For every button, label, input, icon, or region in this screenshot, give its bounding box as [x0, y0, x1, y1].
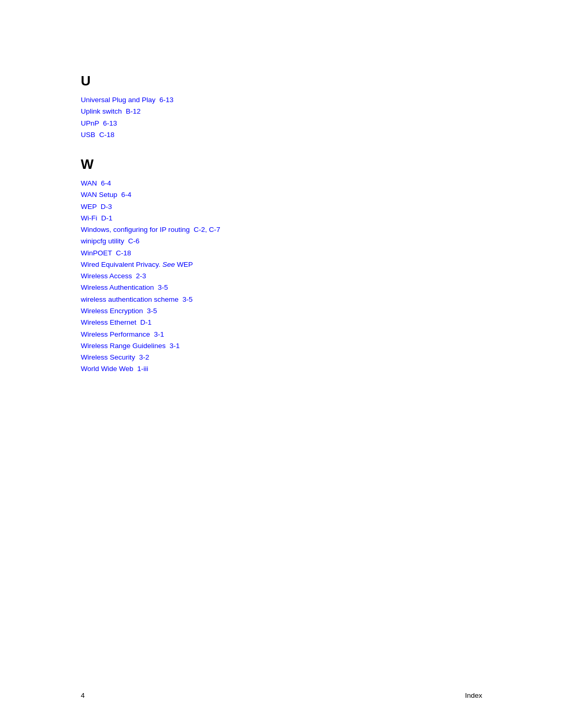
entry-winpoet[interactable]: WinPOET C-18: [81, 248, 482, 259]
entry-world-wide-web[interactable]: World Wide Web 1-iii: [81, 363, 482, 375]
entry-wireless-access[interactable]: Wireless Access 2-3: [81, 270, 482, 282]
entry-wireless-range-guidelines[interactable]: Wireless Range Guidelines 3-1: [81, 340, 482, 352]
entry-wireless-encryption[interactable]: Wireless Encryption 3-5: [81, 305, 482, 317]
entry-wireless-authentication[interactable]: Wireless Authentication 3-5: [81, 282, 482, 293]
page-footer: 4 Index: [0, 692, 563, 699]
page-container: U Universal Plug and Play 6-13 Uplink sw…: [0, 0, 563, 728]
see-label: See: [163, 261, 175, 268]
entry-wired-equivalent-privacy[interactable]: Wired Equivalent Privacy. See WEP: [81, 259, 482, 270]
footer-section-title: Index: [465, 692, 482, 699]
section-header-w: W: [81, 156, 482, 172]
entry-uplink-switch[interactable]: Uplink switch B-12: [81, 106, 482, 117]
entry-universal-plug-and-play[interactable]: Universal Plug and Play 6-13: [81, 94, 482, 106]
footer-page-number: 4: [81, 692, 85, 699]
entry-winipcfg[interactable]: winipcfg utility C-6: [81, 236, 482, 247]
entry-wireless-security[interactable]: Wireless Security 3-2: [81, 352, 482, 363]
entry-wep[interactable]: WEP D-3: [81, 201, 482, 213]
entry-usb[interactable]: USB C-18: [81, 129, 482, 141]
entry-upnp[interactable]: UPnP 6-13: [81, 118, 482, 129]
entry-windows-ip-routing[interactable]: Windows, configuring for IP routing C-2,…: [81, 224, 482, 236]
entry-wireless-performance[interactable]: Wireless Performance 3-1: [81, 329, 482, 340]
entry-wan[interactable]: WAN 6-4: [81, 178, 482, 189]
entry-wan-setup[interactable]: WAN Setup 6-4: [81, 189, 482, 201]
entry-wi-fi[interactable]: Wi-Fi D-1: [81, 213, 482, 224]
section-header-u: U: [81, 73, 482, 89]
section-u: U Universal Plug and Play 6-13 Uplink sw…: [81, 73, 482, 141]
entry-wireless-authentication-scheme[interactable]: wireless authentication scheme 3-5: [81, 294, 482, 305]
entry-wireless-ethernet[interactable]: Wireless Ethernet D-1: [81, 317, 482, 328]
section-w: W WAN 6-4 WAN Setup 6-4 WEP D-3 Wi-Fi D-…: [81, 156, 482, 375]
